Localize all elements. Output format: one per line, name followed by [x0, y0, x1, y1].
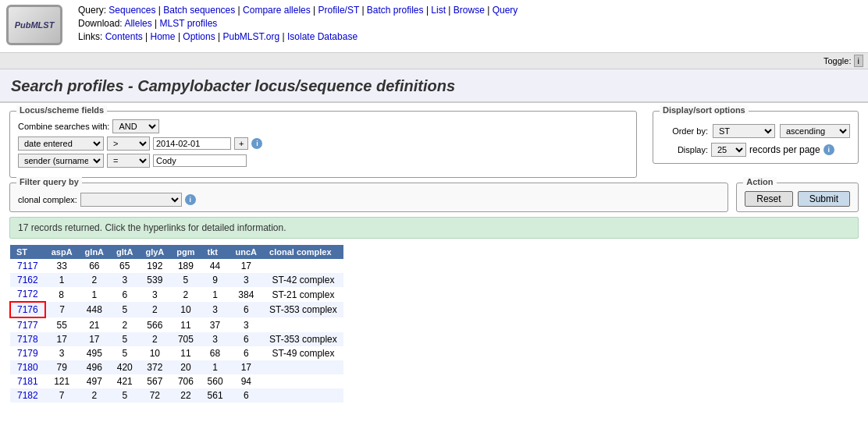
- table-row: 71807949642037220117: [10, 360, 343, 374]
- nav-contents[interactable]: Contents: [105, 31, 143, 42]
- header: PubMLST Query: Sequences | Batch sequenc…: [0, 0, 868, 53]
- nav-options[interactable]: Options: [183, 31, 215, 42]
- order-select[interactable]: ST aspA glnA: [713, 124, 775, 138]
- st-link[interactable]: 7182: [17, 390, 38, 401]
- nav-browse[interactable]: Browse: [454, 5, 485, 16]
- st-cell[interactable]: 7177: [10, 317, 45, 332]
- locus-scheme-fields: Locus/scheme fields Combine searches wit…: [9, 111, 637, 178]
- st-link[interactable]: 7177: [17, 320, 38, 331]
- toggle-button[interactable]: i: [854, 55, 863, 67]
- nav-alleles[interactable]: Alleles: [124, 18, 151, 29]
- value-input-1[interactable]: [153, 137, 231, 150]
- col-uncA: uncA: [229, 245, 264, 259]
- uncA-cell: 3: [229, 317, 264, 332]
- uncA-cell: 6: [229, 332, 264, 346]
- sort-direction-select[interactable]: ascending descending: [780, 124, 850, 138]
- aspA-cell: 1: [45, 273, 79, 287]
- field-select-1[interactable]: date entered sender (surname): [18, 136, 104, 151]
- pgm-cell: 5: [170, 273, 201, 287]
- st-cell[interactable]: 7178: [10, 332, 45, 346]
- nav-list[interactable]: List: [431, 5, 446, 16]
- pgm-cell: 22: [170, 388, 201, 402]
- value-input-2[interactable]: [153, 154, 247, 167]
- aspA-cell: 7: [45, 388, 79, 402]
- nav-batch-profiles[interactable]: Batch profiles: [367, 5, 424, 16]
- st-cell[interactable]: 7181: [10, 374, 45, 388]
- clonal-complex-select[interactable]: [80, 193, 182, 207]
- op-select-1[interactable]: > < =: [107, 136, 150, 151]
- nav-compare-alleles[interactable]: Compare alleles: [243, 5, 311, 16]
- aspA-cell: 17: [45, 332, 79, 346]
- st-cell[interactable]: 7176: [10, 302, 45, 317]
- toggle-label: Toggle:: [824, 56, 851, 66]
- st-link[interactable]: 7179: [17, 348, 38, 359]
- aspA-cell: 3: [45, 346, 79, 360]
- download-nav-row: Download: Alleles | MLST profiles: [78, 18, 862, 29]
- info-badge-1[interactable]: i: [251, 138, 262, 149]
- display-sort-options: Display/sort options Order by: ST aspA g…: [653, 111, 859, 164]
- nav-isolate-db[interactable]: Isolate Database: [287, 31, 358, 42]
- table-row: 717817175270536ST-353 complex: [10, 332, 343, 346]
- nav-pubmlst-org[interactable]: PubMLST.org: [223, 31, 280, 42]
- st-cell[interactable]: 7182: [10, 388, 45, 402]
- glnA-cell: 496: [79, 360, 110, 374]
- tkt-cell: 37: [201, 317, 229, 332]
- pgm-cell: 2: [170, 287, 201, 302]
- reset-button[interactable]: Reset: [745, 191, 792, 207]
- nav-links: Query: Sequences | Batch sequences | Com…: [78, 5, 862, 44]
- gltA-cell: 6: [110, 287, 139, 302]
- search-form: Locus/scheme fields Combine searches wit…: [9, 111, 859, 178]
- display-legend: Display/sort options: [660, 105, 749, 115]
- col-tkt: tkt: [201, 245, 229, 259]
- st-cell[interactable]: 7162: [10, 273, 45, 287]
- clonal-complex-row: clonal complex: i: [18, 193, 720, 207]
- st-link[interactable]: 7181: [17, 376, 38, 387]
- nav-sequences[interactable]: Sequences: [108, 5, 155, 16]
- table-container: ST aspA glnA gltA glyA pgm tkt uncA clon…: [9, 245, 859, 402]
- nav-mlst-profiles[interactable]: MLST profiles: [160, 18, 218, 29]
- pgm-cell: 189: [170, 259, 201, 273]
- st-link[interactable]: 7172: [17, 289, 38, 300]
- tkt-cell: 1: [201, 287, 229, 302]
- nav-home[interactable]: Home: [151, 31, 176, 42]
- results-text: 17 records returned. Click the hyperlink…: [18, 222, 286, 233]
- nav-query[interactable]: Query: [493, 5, 518, 16]
- clonal-complex-cell: [263, 317, 343, 332]
- clonal-complex-cell: [263, 388, 343, 402]
- nav-batch-sequences[interactable]: Batch sequences: [163, 5, 235, 16]
- gltA-cell: 420: [110, 360, 139, 374]
- aspA-cell: 121: [45, 374, 79, 388]
- glnA-cell: 497: [79, 374, 110, 388]
- st-link[interactable]: 7117: [17, 261, 38, 271]
- add-row-button[interactable]: +: [234, 137, 248, 150]
- clonal-complex-cell: [263, 259, 343, 273]
- glyA-cell: 192: [139, 259, 170, 273]
- gltA-cell: 421: [110, 374, 139, 388]
- st-link[interactable]: 7162: [17, 275, 38, 285]
- nav-profile-st[interactable]: Profile/ST: [318, 5, 359, 16]
- st-cell[interactable]: 7179: [10, 346, 45, 360]
- info-badge-filter[interactable]: i: [185, 194, 196, 205]
- aspA-cell: 8: [45, 287, 79, 302]
- per-page-select[interactable]: 25 10 50 100: [711, 143, 746, 157]
- st-cell[interactable]: 7180: [10, 360, 45, 374]
- field-select-2[interactable]: sender (surname) date entered: [18, 154, 104, 168]
- st-link[interactable]: 7180: [17, 362, 38, 373]
- pgm-cell: 705: [170, 332, 201, 346]
- st-cell[interactable]: 7172: [10, 287, 45, 302]
- filter-action-bar: Filter query by clonal complex: i Action…: [9, 183, 859, 212]
- table-row: 71767448521036ST-353 complex: [10, 302, 343, 317]
- st-link[interactable]: 7178: [17, 334, 38, 345]
- clonal-complex-cell: [263, 360, 343, 374]
- st-cell[interactable]: 7117: [10, 259, 45, 273]
- glyA-cell: 10: [139, 346, 170, 360]
- info-badge-display[interactable]: i: [824, 144, 834, 155]
- op-select-2[interactable]: = > <: [107, 154, 150, 168]
- aspA-cell: 55: [45, 317, 79, 332]
- glyA-cell: 567: [139, 374, 170, 388]
- st-link[interactable]: 7176: [17, 304, 38, 315]
- submit-button[interactable]: Submit: [798, 191, 850, 207]
- uncA-cell: 3: [229, 273, 264, 287]
- combine-select[interactable]: AND OR: [112, 119, 159, 133]
- clonal-complex-cell: ST-49 complex: [263, 346, 343, 360]
